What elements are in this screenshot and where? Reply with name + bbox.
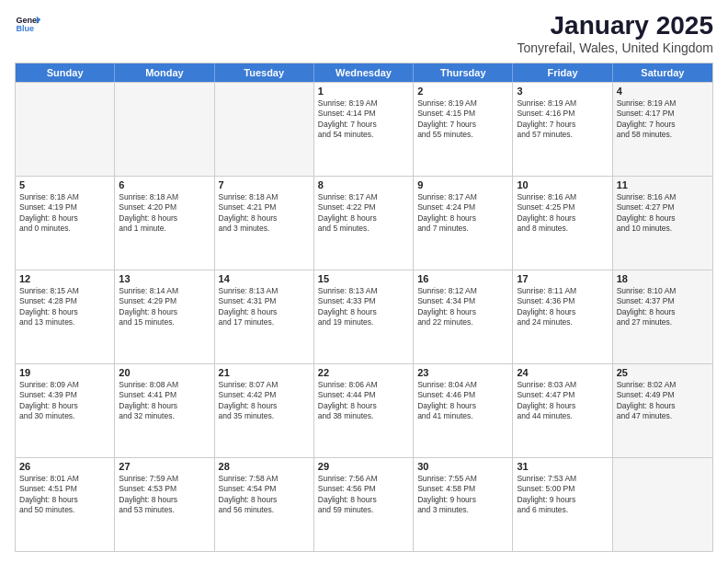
cell-text: and 50 minutes. — [19, 505, 110, 515]
calendar-cell-26: 26Sunrise: 8:01 AMSunset: 4:51 PMDayligh… — [16, 458, 115, 551]
cell-text: and 30 minutes. — [19, 411, 110, 421]
cell-text: and 41 minutes. — [417, 411, 508, 421]
cell-text: Daylight: 8 hours — [219, 213, 310, 224]
calendar-header: SundayMondayTuesdayWednesdayThursdayFrid… — [16, 63, 712, 82]
cell-text: Sunrise: 8:03 AM — [517, 380, 608, 390]
cell-text: Sunrise: 8:08 AM — [119, 380, 210, 390]
cell-text: Sunrise: 8:13 AM — [219, 286, 310, 296]
calendar-cell-16: 16Sunrise: 8:12 AMSunset: 4:34 PMDayligh… — [414, 270, 513, 363]
cell-text: Sunrise: 8:14 AM — [119, 286, 210, 296]
cell-text: Sunset: 4:27 PM — [617, 202, 709, 213]
cell-text: and 57 minutes. — [517, 130, 608, 140]
day-number: 27 — [119, 461, 210, 472]
day-number: 12 — [19, 273, 110, 284]
header-day-saturday: Saturday — [613, 63, 712, 82]
cell-text: Sunset: 4:39 PM — [19, 390, 110, 400]
day-number: 10 — [517, 179, 608, 190]
cell-text: Sunrise: 8:01 AM — [19, 474, 110, 484]
cell-text: Sunset: 4:25 PM — [517, 202, 608, 213]
cell-text: Daylight: 7 hours — [617, 120, 709, 130]
cell-text: Daylight: 8 hours — [19, 401, 110, 411]
cell-text: and 56 minutes. — [219, 505, 310, 515]
logo: General Blue — [15, 11, 40, 37]
title-block: January 2025 Tonyrefail, Wales, United K… — [518, 11, 713, 55]
cell-text: Daylight: 8 hours — [19, 213, 110, 224]
subtitle: Tonyrefail, Wales, United Kingdom — [518, 40, 713, 55]
cell-text: Sunset: 4:47 PM — [517, 390, 608, 400]
cell-text: Daylight: 8 hours — [219, 307, 310, 317]
calendar-row-1: 5Sunrise: 8:18 AMSunset: 4:19 PMDaylight… — [16, 176, 712, 270]
day-number: 31 — [517, 461, 608, 472]
day-number: 20 — [119, 367, 210, 378]
cell-text: Daylight: 8 hours — [517, 307, 608, 317]
calendar-row-4: 26Sunrise: 8:01 AMSunset: 4:51 PMDayligh… — [16, 457, 712, 551]
calendar-cell-empty-0-0 — [16, 83, 115, 176]
cell-text: and 3 minutes. — [417, 505, 508, 515]
day-number: 5 — [19, 179, 110, 190]
cell-text: Daylight: 9 hours — [517, 495, 608, 505]
cell-text: and 15 minutes. — [119, 317, 210, 327]
day-number: 26 — [19, 461, 110, 472]
cell-text: Sunset: 5:00 PM — [517, 484, 608, 494]
cell-text: Daylight: 8 hours — [119, 307, 210, 317]
day-number: 13 — [119, 273, 210, 284]
cell-text: Sunset: 4:41 PM — [119, 390, 210, 400]
cell-text: Sunrise: 8:17 AM — [417, 192, 508, 202]
day-number: 15 — [318, 273, 409, 284]
cell-text: Sunrise: 8:19 AM — [617, 98, 709, 109]
day-number: 19 — [19, 367, 110, 378]
cell-text: Daylight: 9 hours — [417, 495, 508, 505]
cell-text: and 5 minutes. — [318, 224, 409, 234]
cell-text: Sunrise: 8:16 AM — [617, 192, 709, 202]
day-number: 24 — [517, 367, 608, 378]
cell-text: Sunrise: 7:58 AM — [219, 474, 310, 484]
calendar-cell-14: 14Sunrise: 8:13 AMSunset: 4:31 PMDayligh… — [215, 270, 314, 363]
cell-text: Sunrise: 8:02 AM — [617, 380, 709, 390]
calendar-cell-13: 13Sunrise: 8:14 AMSunset: 4:29 PMDayligh… — [115, 270, 214, 363]
header-day-monday: Monday — [115, 63, 214, 82]
cell-text: Daylight: 8 hours — [318, 307, 409, 317]
cell-text: Sunset: 4:14 PM — [318, 109, 409, 119]
cell-text: Sunrise: 8:07 AM — [219, 380, 310, 390]
cell-text: Daylight: 8 hours — [617, 401, 709, 411]
cell-text: Sunrise: 8:06 AM — [318, 380, 409, 390]
calendar-cell-4: 4Sunrise: 8:19 AMSunset: 4:17 PMDaylight… — [613, 83, 712, 176]
cell-text: Sunset: 4:29 PM — [119, 296, 210, 306]
calendar-cell-22: 22Sunrise: 8:06 AMSunset: 4:44 PMDayligh… — [314, 364, 414, 457]
cell-text: Sunset: 4:28 PM — [19, 296, 110, 306]
day-number: 18 — [617, 273, 709, 284]
cell-text: Daylight: 7 hours — [318, 120, 409, 130]
svg-text:Blue: Blue — [16, 24, 34, 33]
cell-text: Daylight: 8 hours — [617, 213, 709, 224]
day-number: 11 — [617, 179, 709, 190]
day-number: 4 — [617, 86, 709, 97]
cell-text: Sunrise: 8:18 AM — [219, 192, 310, 202]
cell-text: and 55 minutes. — [417, 130, 508, 140]
cell-text: Sunset: 4:21 PM — [219, 202, 310, 213]
day-number: 21 — [219, 367, 310, 378]
cell-text: and 53 minutes. — [119, 505, 210, 515]
calendar-row-2: 12Sunrise: 8:15 AMSunset: 4:28 PMDayligh… — [16, 270, 712, 363]
cell-text: and 35 minutes. — [219, 411, 310, 421]
calendar-row-0: 1Sunrise: 8:19 AMSunset: 4:14 PMDaylight… — [16, 82, 712, 176]
cell-text: and 10 minutes. — [617, 224, 709, 234]
calendar-cell-23: 23Sunrise: 8:04 AMSunset: 4:46 PMDayligh… — [414, 364, 513, 457]
calendar-cell-empty-0-2 — [215, 83, 314, 176]
cell-text: Daylight: 8 hours — [19, 495, 110, 505]
cell-text: Daylight: 8 hours — [119, 495, 210, 505]
day-number: 3 — [517, 86, 608, 97]
day-number: 17 — [517, 273, 608, 284]
cell-text: Sunrise: 7:53 AM — [517, 474, 608, 484]
day-number: 25 — [617, 367, 709, 378]
cell-text: and 3 minutes. — [219, 224, 310, 234]
header-day-sunday: Sunday — [16, 63, 115, 82]
cell-text: Sunrise: 8:19 AM — [417, 98, 508, 109]
calendar-cell-12: 12Sunrise: 8:15 AMSunset: 4:28 PMDayligh… — [16, 270, 115, 363]
calendar-cell-31: 31Sunrise: 7:53 AMSunset: 5:00 PMDayligh… — [513, 458, 612, 551]
cell-text: Daylight: 8 hours — [417, 307, 508, 317]
cell-text: Sunrise: 8:09 AM — [19, 380, 110, 390]
cell-text: Sunset: 4:15 PM — [417, 109, 508, 119]
calendar-cell-19: 19Sunrise: 8:09 AMSunset: 4:39 PMDayligh… — [16, 364, 115, 457]
calendar-cell-5: 5Sunrise: 8:18 AMSunset: 4:19 PMDaylight… — [16, 177, 115, 270]
cell-text: Daylight: 8 hours — [19, 307, 110, 317]
